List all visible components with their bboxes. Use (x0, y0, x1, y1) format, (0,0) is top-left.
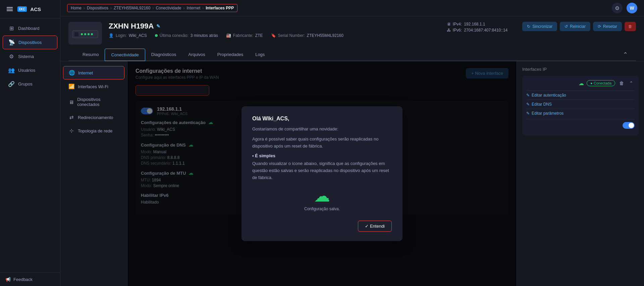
sub-nav-internet-label: Internet (78, 70, 93, 75)
hamburger-menu[interactable] (5, 5, 14, 13)
fabricante-icon: 🏭 (226, 33, 231, 38)
grupos-icon: 🔗 (8, 81, 15, 87)
ipv6-value: 2704:1687:407:8410::14 (464, 28, 507, 33)
sidebar-item-label: Dispositivos (18, 40, 42, 45)
serial-icon: 🔖 (271, 33, 276, 38)
tab-logs[interactable]: Logs (249, 49, 271, 61)
sidebar-item-dashboard[interactable]: ⊞ Dashboard (3, 22, 57, 35)
device-info: ZXHN H199A ✎ 👤 Login: Wiki_ACS Última co… (109, 22, 440, 38)
ipv6-icon: 🖧 (447, 28, 451, 33)
reiniciar-icon: ↺ (565, 24, 568, 29)
sidebar-item-dispositivos[interactable]: 📡 Dispositivos (3, 36, 57, 49)
dispositivos-icon: 📡 (8, 39, 15, 46)
edit-params-action[interactable]: ✎ Editar parâmetros (526, 109, 635, 118)
notif-cloud: ☁ Configuração salva. (252, 186, 392, 211)
user-avatar[interactable]: W (627, 3, 637, 13)
edit-dns-label: Editar DNS (532, 102, 552, 107)
connected-badge: ● Conectada (587, 80, 615, 86)
delete-icon: 🗑 (628, 24, 632, 29)
feedback-item[interactable]: 📢 Feedback (5, 277, 55, 282)
tab-diagnosticos[interactable]: Diagnósticos (145, 49, 182, 61)
breadcrumb-sep: › (84, 6, 85, 10)
sub-nav-wifi[interactable]: 📶 Interfaces Wi-Fi (63, 80, 124, 93)
tab-propriedades[interactable]: Propriedades (211, 49, 249, 61)
tab-propriedades-label: Propriedades (217, 52, 243, 57)
sub-nav-topology[interactable]: ⊹ Topologia de rede (63, 124, 124, 137)
connected-badge-label: ● Conectada (590, 81, 611, 85)
notification-overlay: Olá WIki_ACS, Gostaríamos de compartilha… (127, 61, 517, 286)
ipv6-label: IPv6: (453, 28, 462, 33)
tab-conectividade[interactable]: Conectividade (105, 49, 145, 61)
edit-device-icon[interactable]: ✎ (156, 23, 160, 29)
resetar-button[interactable]: ⟳ Resetar (593, 22, 622, 31)
reiniciar-label: Reiniciar (570, 24, 586, 29)
logo-box: IXC (17, 6, 27, 12)
sidebar-item-usuarios[interactable]: 👥 Usuários (3, 64, 57, 77)
collapse-button[interactable]: ⌃ (623, 51, 628, 58)
sidebar-item-label: Grupos (18, 81, 33, 87)
edit-auth-action[interactable]: ✎ Editar autenticação (526, 91, 635, 100)
sync-button[interactable]: ↻ Sincronizar (522, 22, 557, 31)
ipv6-toggle[interactable] (623, 122, 635, 129)
sidebar-item-grupos[interactable]: 🔗 Grupos (3, 77, 57, 91)
device-tabs: Resumo Conectividade Diagnósticos Arquiv… (68, 49, 636, 61)
online-indicator (155, 34, 158, 37)
tab-conectividade-label: Conectividade (111, 52, 139, 57)
serial-value: ZTEYH55M4L92160 (307, 33, 343, 38)
edit-dns-icon: ✎ (526, 102, 530, 107)
device-name: ZXHN H199A ✎ (109, 22, 440, 31)
internet-icon: 🌐 (69, 70, 75, 76)
meta-connection: Última conexão: 3 minutos atrás (155, 33, 218, 38)
sidebar-footer: 📢 Feedback (0, 273, 60, 286)
feedback-icon: 📢 (5, 277, 11, 282)
notif-text2: Agora é possível saber quais configuraçõ… (252, 136, 392, 150)
breadcrumb-current: Interfaces PPP (206, 6, 234, 10)
last-connection-label: Última conexão: (160, 33, 189, 38)
resetar-label: Resetar (603, 24, 617, 29)
tab-diagnosticos-label: Diagnósticos (151, 52, 176, 57)
device-name-text: ZXHN H199A (109, 22, 154, 31)
main-panel: Configurações de internet Configure aqui… (127, 61, 517, 286)
last-connection-value: 3 minutos atrás (191, 33, 218, 38)
edit-params-label: Editar parâmetros (532, 111, 564, 116)
cloud-big-icon: ☁ (314, 186, 330, 205)
delete-button[interactable]: 🗑 (625, 22, 636, 31)
breadcrumb-home[interactable]: Home (71, 6, 82, 10)
collapse-ip-button[interactable]: ⌃ (628, 80, 635, 87)
edit-auth-label: Editar autenticação (532, 93, 566, 98)
dashboard-icon: ⊞ (8, 25, 15, 32)
ipv4-value: 192.168.1.1 (464, 22, 485, 26)
breadcrumb-conectividade[interactable]: Conectividade (156, 6, 181, 10)
tab-arquivos[interactable]: Arquivos (182, 49, 211, 61)
login-value: Wiki_ACS (129, 33, 147, 38)
sub-nav-redirect[interactable]: ⇄ Redirecionamento (63, 111, 124, 124)
delete-ip-button[interactable]: 🗑 (618, 80, 625, 87)
svg-point-4 (88, 33, 90, 35)
sub-nav-internet[interactable]: 🌐 Internet (63, 66, 124, 79)
action-buttons: ↻ Sincronizar ↺ Reiniciar ⟳ Resetar 🗑 (522, 22, 636, 31)
entendi-button[interactable]: ✓ Entendi (358, 221, 392, 232)
svg-point-3 (84, 33, 86, 35)
login-label: Login: (116, 33, 127, 38)
breadcrumb-dispositivos[interactable]: Dispositivos (87, 6, 108, 10)
notif-feature-title: • É simples (252, 153, 392, 158)
edit-dns-action[interactable]: ✎ Editar DNS (526, 100, 635, 109)
sub-nav: 🌐 Internet 📶 Interfaces Wi-Fi 🖥 Disposit… (60, 61, 127, 286)
breadcrumb-sep3: › (152, 6, 154, 10)
tab-resumo-label: Resumo (83, 52, 99, 57)
tab-resumo[interactable]: Resumo (76, 49, 105, 61)
tab-logs-label: Logs (255, 52, 265, 57)
topology-icon: ⊹ (68, 128, 74, 134)
cloud-upload-icon: ☁ (579, 80, 584, 87)
sub-nav-connected[interactable]: 🖥 Dispositivos conectados (63, 94, 124, 110)
breadcrumb-internet[interactable]: Internet (187, 6, 201, 10)
serial-label: Serial Number: (278, 33, 305, 38)
settings-icon-btn[interactable]: ⚙ (612, 3, 623, 13)
breadcrumb-device-id[interactable]: ZTEYH55M4L92160 (114, 6, 150, 10)
notif-text1: Gostaríamos de compartilhar uma novidade… (252, 126, 392, 133)
fabricante-value: ZTE (255, 33, 263, 38)
device-header: ZXHN H199A ✎ 👤 Login: Wiki_ACS Última co… (60, 16, 644, 61)
sidebar-item-sistema[interactable]: ⚙ Sistema (3, 50, 57, 63)
reiniciar-button[interactable]: ↺ Reiniciar (560, 22, 590, 31)
sistema-icon: ⚙ (8, 53, 15, 60)
